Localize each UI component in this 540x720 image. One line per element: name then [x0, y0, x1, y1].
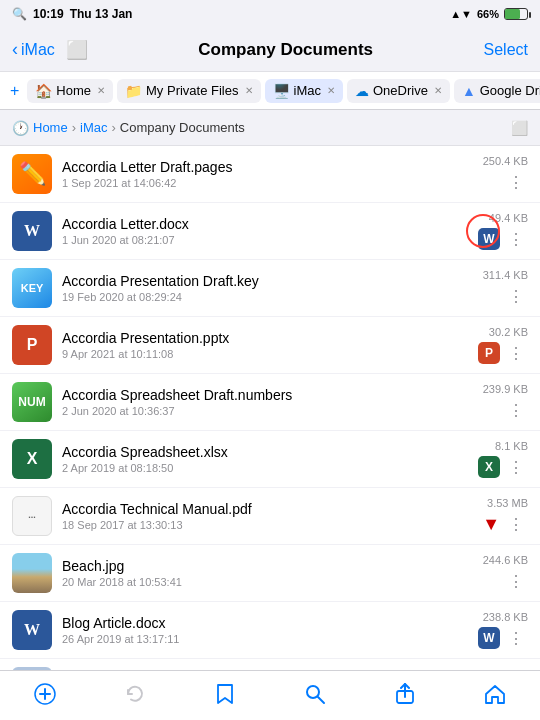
- file-right: 250.4 KB ⋮: [483, 155, 528, 194]
- file-row[interactable]: W Accordia Letter.docx 1 Jun 2020 at 08:…: [0, 203, 540, 260]
- home-button[interactable]: [473, 672, 517, 716]
- file-info: Accordia Spreadsheet Draft.numbers 2 Jun…: [62, 387, 473, 417]
- file-meta: 19 Feb 2020 at 08:29:24: [62, 291, 473, 303]
- file-meta: 2 Jun 2020 at 10:36:37: [62, 405, 473, 417]
- file-icon-keynote: KEY: [12, 268, 52, 308]
- file-icon-numbers: NUM: [12, 382, 52, 422]
- file-right: 49.4 KB W ⋮: [478, 212, 528, 251]
- tab-home[interactable]: 🏠 Home ✕: [27, 79, 113, 103]
- file-actions: P ⋮: [478, 342, 528, 365]
- file-right: 8.1 KB X ⋮: [478, 440, 528, 479]
- file-right: 238.8 KB W ⋮: [478, 611, 528, 650]
- wifi-icon: ▲▼: [450, 8, 472, 20]
- file-row[interactable]: W Blog Article.docx 26 Apr 2019 at 13:17…: [0, 602, 540, 659]
- file-list: ✏️ Accordia Letter Draft.pages 1 Sep 202…: [0, 146, 540, 670]
- keynote-icon: KEY: [21, 282, 44, 294]
- back-label: iMac: [21, 41, 55, 59]
- back-button[interactable]: ‹ iMac ⬜: [12, 39, 88, 61]
- file-size: 250.4 KB: [483, 155, 528, 167]
- tab-myfiles-close[interactable]: ✕: [245, 85, 253, 96]
- tab-onedrive-close[interactable]: ✕: [434, 85, 442, 96]
- myfiles-tab-icon: 📁: [125, 83, 142, 99]
- more-button[interactable]: ⋮: [504, 228, 528, 251]
- file-icon-excel: X: [12, 439, 52, 479]
- file-right: 30.2 KB P ⋮: [478, 326, 528, 365]
- excel-badge-label: X: [485, 460, 493, 474]
- file-name: Accordia Letter.docx: [62, 216, 468, 232]
- more-button[interactable]: ⋮: [504, 570, 528, 593]
- battery-percent: 66%: [477, 8, 499, 20]
- file-size: 30.2 KB: [489, 326, 528, 338]
- home-icon: [484, 683, 506, 705]
- file-row[interactable]: X Accordia Spreadsheet.xlsx 2 Apr 2019 a…: [0, 431, 540, 488]
- more-button[interactable]: ⋮: [504, 627, 528, 650]
- file-row[interactable]: NUM Accordia Spreadsheet Draft.numbers 2…: [0, 374, 540, 431]
- tab-myfiles[interactable]: 📁 My Private Files ✕: [117, 79, 260, 103]
- word-icon: W: [24, 222, 40, 240]
- file-size: 311.4 KB: [483, 269, 528, 281]
- file-actions: ⋮: [504, 285, 528, 308]
- bookmark-button[interactable]: [203, 672, 247, 716]
- word-badge-label: W: [483, 232, 494, 246]
- excel-icon: X: [27, 450, 38, 468]
- file-info: Accordia Letter Draft.pages 1 Sep 2021 a…: [62, 159, 473, 189]
- file-icon-beach: [12, 553, 52, 593]
- tab-onedrive-label: OneDrive: [373, 83, 428, 98]
- more-button[interactable]: ⋮: [504, 456, 528, 479]
- file-size: 238.8 KB: [483, 611, 528, 623]
- back-chevron-icon: ‹: [12, 39, 18, 60]
- more-button[interactable]: ⋮: [504, 513, 528, 536]
- refresh-button[interactable]: [113, 672, 157, 716]
- nav-bar: ‹ iMac ⬜ Company Documents Select: [0, 28, 540, 72]
- file-info: Beach.jpg 20 Mar 2018 at 10:53:41: [62, 558, 473, 588]
- add-tab-button[interactable]: +: [6, 78, 23, 104]
- tab-onedrive[interactable]: ☁ OneDrive ✕: [347, 79, 450, 103]
- tab-imac-close[interactable]: ✕: [327, 85, 335, 96]
- more-button[interactable]: ⋮: [504, 342, 528, 365]
- breadcrumb-clock-icon[interactable]: 🕐: [12, 120, 29, 136]
- breadcrumb-imac[interactable]: iMac: [80, 120, 107, 135]
- file-icon-word: W: [12, 610, 52, 650]
- tab-home-close[interactable]: ✕: [97, 85, 105, 96]
- search-icon: [304, 683, 326, 705]
- breadcrumb-layout-icon[interactable]: ⬜: [511, 120, 528, 136]
- status-left: 🔍 10:19 Thu 13 Jan: [12, 7, 132, 21]
- file-name: Accordia Presentation.pptx: [62, 330, 468, 346]
- sidebar-toggle-icon[interactable]: ⬜: [66, 39, 88, 61]
- select-button[interactable]: Select: [484, 41, 528, 59]
- file-meta: 20 Mar 2018 at 10:53:41: [62, 576, 473, 588]
- tab-gdrive-label: Google Drive - Personal: [480, 83, 540, 98]
- more-button[interactable]: ⋮: [504, 171, 528, 194]
- pages-icon: ✏️: [19, 161, 46, 187]
- file-right: 244.6 KB ⋮: [483, 554, 528, 593]
- tab-home-label: Home: [56, 83, 91, 98]
- more-button[interactable]: ⋮: [504, 399, 528, 422]
- tab-imac[interactable]: 🖥️ iMac ✕: [265, 79, 343, 103]
- ppt-icon: P: [27, 336, 38, 354]
- file-info: Accordia Spreadsheet.xlsx 2 Apr 2019 at …: [62, 444, 468, 474]
- file-name: Accordia Presentation Draft.key: [62, 273, 473, 289]
- file-size: 3.53 MB: [487, 497, 528, 509]
- status-bar: 🔍 10:19 Thu 13 Jan ▲▼ 66%: [0, 0, 540, 28]
- file-row[interactable]: ✏️ Accordia Letter Draft.pages 1 Sep 202…: [0, 146, 540, 203]
- pdf-app-badge: ▼: [482, 514, 500, 535]
- word-app-badge: W: [478, 228, 500, 250]
- breadcrumb-sep-2: ›: [111, 120, 115, 135]
- file-actions: ⋮: [504, 570, 528, 593]
- file-meta: 18 Sep 2017 at 13:30:13: [62, 519, 472, 531]
- tab-gdrive[interactable]: ▲ Google Drive - Personal ✕: [454, 79, 540, 103]
- breadcrumb-home[interactable]: Home: [33, 120, 68, 135]
- svg-point-3: [307, 686, 319, 698]
- file-row[interactable]: KEY Accordia Presentation Draft.key 19 F…: [0, 260, 540, 317]
- file-row[interactable]: Bridge.jpeg 14 Feb 2018 at 14:44:59 232.…: [0, 659, 540, 670]
- search-button[interactable]: [293, 672, 337, 716]
- bookmark-icon: [215, 683, 235, 705]
- breadcrumb-current: Company Documents: [120, 120, 245, 135]
- add-button[interactable]: [23, 672, 67, 716]
- share-button[interactable]: [383, 672, 427, 716]
- imac-tab-icon: 🖥️: [273, 83, 290, 99]
- more-button[interactable]: ⋮: [504, 285, 528, 308]
- file-row[interactable]: Beach.jpg 20 Mar 2018 at 10:53:41 244.6 …: [0, 545, 540, 602]
- file-row[interactable]: ... Accordia Technical Manual.pdf 18 Sep…: [0, 488, 540, 545]
- file-row[interactable]: P Accordia Presentation.pptx 9 Apr 2021 …: [0, 317, 540, 374]
